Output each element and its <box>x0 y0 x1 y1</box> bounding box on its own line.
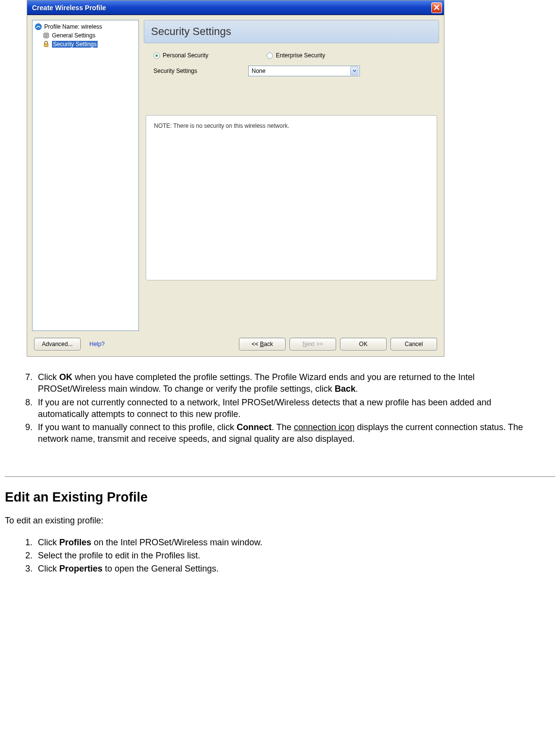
security-type-radios: Personal Security Enterprise Security <box>144 50 439 66</box>
dialog-titlebar[interactable]: Create Wireless Profile <box>27 0 444 15</box>
dropdown-label: Security Settings <box>153 68 243 74</box>
svg-rect-4 <box>44 44 48 47</box>
radio-enterprise-security[interactable]: Enterprise Security <box>267 52 325 59</box>
lock-icon <box>42 40 50 48</box>
button-label: << Back <box>252 341 273 347</box>
security-settings-row: Security Settings None <box>144 66 439 86</box>
list-item: Click Profiles on the Intel PROSet/Wirel… <box>35 537 540 548</box>
instruction-list-continued: Click OK when you have completed the pro… <box>5 371 540 445</box>
note-panel: NOTE: There is no security on this wirel… <box>146 115 437 280</box>
button-label: Advanced... <box>42 341 72 347</box>
dropdown-value: None <box>252 68 266 74</box>
ok-button[interactable]: OK <box>340 338 387 350</box>
security-settings-dropdown[interactable]: None <box>248 66 360 76</box>
divider <box>5 476 555 477</box>
list-item: Select the profile to edit in the Profil… <box>35 550 540 561</box>
svg-rect-1 <box>44 33 49 38</box>
dialog-title: Create Wireless Profile <box>32 4 106 12</box>
tree-label: Profile Name: wireless <box>44 23 102 30</box>
panel-heading: Security Settings <box>144 20 439 43</box>
connection-icon-link[interactable]: connection icon <box>294 422 355 432</box>
tree-item-security-settings[interactable]: Security Settings <box>34 40 137 49</box>
button-label: OK <box>359 341 367 347</box>
dialog-body: Profile Name: wireless General Settings … <box>27 15 444 356</box>
svg-point-0 <box>35 23 42 30</box>
close-button[interactable] <box>431 2 442 13</box>
nav-tree[interactable]: Profile Name: wireless General Settings … <box>32 20 139 331</box>
wireless-profile-dialog: Create Wireless Profile Profile Name: wi… <box>27 0 444 357</box>
radio-icon <box>267 52 273 59</box>
chevron-down-icon <box>350 67 358 75</box>
tree-label: Security Settings <box>52 41 98 48</box>
close-icon <box>434 4 440 12</box>
button-label: Next >> <box>303 341 323 347</box>
settings-panel: Security Settings Personal Security Ente… <box>144 20 439 331</box>
cancel-button[interactable]: Cancel <box>390 338 437 350</box>
edit-profile-steps: Click Profiles on the Intel PROSet/Wirel… <box>5 537 540 575</box>
tree-label: General Settings <box>52 32 95 39</box>
tree-item-profile-name[interactable]: Profile Name: wireless <box>34 22 137 31</box>
note-text: NOTE: There is no security on this wirel… <box>154 122 289 129</box>
list-item: Click OK when you have completed the pro… <box>35 371 540 395</box>
svg-rect-2 <box>45 35 48 35</box>
intro-text: To edit an existing profile: <box>5 516 560 526</box>
dialog-button-row: Advanced... Help? << Back Next >> OK Can… <box>32 331 439 351</box>
network-icon <box>34 23 42 31</box>
svg-rect-3 <box>45 36 48 36</box>
radio-label: Personal Security <box>163 52 208 59</box>
advanced-button[interactable]: Advanced... <box>34 338 81 350</box>
document-body: Click OK when you have completed the pro… <box>0 366 560 465</box>
tree-item-general-settings[interactable]: General Settings <box>34 31 137 40</box>
settings-icon <box>42 32 50 39</box>
button-label: Cancel <box>405 341 423 347</box>
help-link[interactable]: Help? <box>89 341 104 347</box>
radio-icon <box>153 52 160 59</box>
back-button[interactable]: << Back <box>239 338 286 350</box>
list-item: If you are not currently connected to a … <box>35 397 540 420</box>
list-item: Click Properties to open the General Set… <box>35 563 540 574</box>
radio-label: Enterprise Security <box>276 52 325 59</box>
section-heading: Edit an Existing Profile <box>5 490 560 505</box>
next-button[interactable]: Next >> <box>289 338 336 350</box>
list-item: If you want to manually connect to this … <box>35 421 540 445</box>
radio-personal-security[interactable]: Personal Security <box>153 52 208 59</box>
